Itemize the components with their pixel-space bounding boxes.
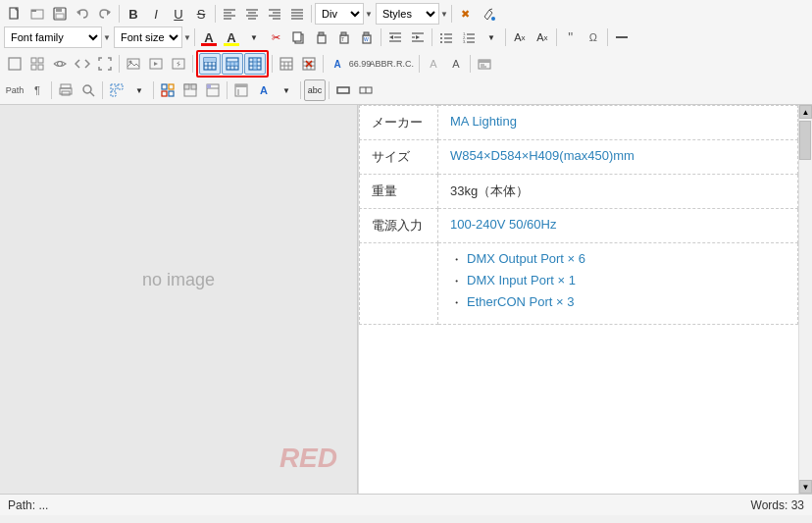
paste-word-button[interactable]: W xyxy=(356,26,378,48)
insert-button3[interactable] xyxy=(202,79,224,101)
table-row: メーカー MA Lighting xyxy=(360,106,798,140)
paste-button[interactable] xyxy=(311,26,332,48)
eraser-button[interactable]: ✖ xyxy=(455,3,477,25)
template-button[interactable] xyxy=(230,79,252,101)
format-a-button[interactable]: A xyxy=(423,53,444,75)
svg-rect-113 xyxy=(162,84,167,89)
bold-button[interactable]: B xyxy=(123,3,144,25)
svg-point-108 xyxy=(83,85,91,93)
save-button[interactable] xyxy=(49,3,71,25)
cut-button[interactable]: ✂ xyxy=(266,26,287,48)
ordered-list-button[interactable]: 1.2.3. xyxy=(458,26,480,48)
svg-rect-69 xyxy=(173,59,184,69)
table-row: 電源入力 100-240V 50/60Hz xyxy=(360,209,798,243)
sep-4 xyxy=(451,5,452,23)
value-ports: ・ DMX Output Port × 6 ・ DMX Input Port ×… xyxy=(438,243,798,325)
insert-table-button[interactable] xyxy=(199,53,221,75)
svg-point-46 xyxy=(440,33,442,35)
table-col-button[interactable] xyxy=(244,53,266,75)
insert-button2[interactable] xyxy=(179,79,201,101)
toolbar-row-2: Font family ▼ Font size ▼ A A ▼ ✂ T W xyxy=(2,26,810,49)
sep-17 xyxy=(51,81,52,99)
text-format-button[interactable]: R.C. xyxy=(394,53,416,75)
scrollbar-down[interactable]: ▼ xyxy=(799,480,812,494)
svg-marker-68 xyxy=(154,62,158,66)
media-button[interactable] xyxy=(145,53,167,75)
scrollbar-up[interactable]: ▲ xyxy=(799,105,812,119)
highlight-color-button[interactable]: A xyxy=(221,26,242,48)
undo-button[interactable] xyxy=(72,3,93,25)
border2-button[interactable] xyxy=(355,79,377,101)
copy-button[interactable] xyxy=(288,26,310,48)
list-dropdown[interactable]: ▼ xyxy=(481,26,502,48)
spellcheck-2-button[interactable]: A xyxy=(253,79,275,101)
svg-rect-88 xyxy=(253,58,257,70)
show-blocks-button[interactable] xyxy=(26,53,48,75)
print-button[interactable] xyxy=(55,79,76,101)
svg-line-26 xyxy=(489,9,492,10)
unordered-list-button[interactable] xyxy=(435,26,457,48)
label-manufacturer: メーカー xyxy=(360,106,438,140)
new-button[interactable] xyxy=(4,3,25,25)
table-props-button[interactable] xyxy=(276,53,297,75)
format-a2-button[interactable]: A xyxy=(445,53,467,75)
svg-point-27 xyxy=(491,17,495,21)
svg-rect-62 xyxy=(31,65,36,70)
number-format-button[interactable]: 66.99 xyxy=(349,53,371,75)
insert-button[interactable] xyxy=(157,79,178,101)
svg-rect-110 xyxy=(111,84,116,89)
nonbreaking-button[interactable]: ¶ xyxy=(26,79,48,101)
outdent-button[interactable] xyxy=(384,26,406,48)
align-left-button[interactable] xyxy=(219,3,240,25)
hr-button[interactable] xyxy=(611,26,633,48)
table-delete-button[interactable] xyxy=(298,53,320,75)
paint-bucket-button[interactable] xyxy=(478,3,499,25)
align-right-button[interactable] xyxy=(264,3,285,25)
svg-rect-4 xyxy=(31,10,36,12)
italic-button[interactable]: I xyxy=(145,3,167,25)
kbd-button[interactable]: abc xyxy=(304,79,326,101)
fullscreen-button[interactable] xyxy=(94,53,116,75)
image-button[interactable] xyxy=(123,53,144,75)
bullet-text-2: DMX Input Port × 1 xyxy=(467,273,576,288)
border-button[interactable] xyxy=(332,79,354,101)
abbr-button[interactable]: ABBR. xyxy=(372,53,393,75)
path-button[interactable]: Path xyxy=(4,79,25,101)
underline-button[interactable]: U xyxy=(168,3,189,25)
svg-text:3.: 3. xyxy=(463,39,466,43)
source-button[interactable] xyxy=(72,53,93,75)
visual-aids-button[interactable] xyxy=(106,79,127,101)
font-family-select[interactable]: Font family xyxy=(4,26,102,48)
scrollbar-thumb[interactable] xyxy=(799,121,811,160)
bullet-item-3: ・ EtherCON Port × 3 xyxy=(450,294,786,312)
align-justify-button[interactable] xyxy=(286,3,308,25)
styles-select[interactable]: Styles xyxy=(376,3,439,25)
specialchar-button[interactable]: Ω xyxy=(583,26,604,48)
align-center-button[interactable] xyxy=(241,3,263,25)
find-button[interactable] xyxy=(77,79,99,101)
paste-text-button[interactable]: T xyxy=(333,26,355,48)
blockquote-button[interactable]: " xyxy=(560,26,582,48)
label-power: 電源入力 xyxy=(360,209,438,243)
format-select[interactable]: Div xyxy=(315,3,364,25)
about-button[interactable] xyxy=(474,53,495,75)
flash-button[interactable] xyxy=(168,53,189,75)
maximize-button[interactable] xyxy=(4,53,25,75)
subscript-button[interactable]: Ax xyxy=(509,26,531,48)
scrollbar-track[interactable]: ▲ ▼ xyxy=(798,105,812,494)
font-size-select[interactable]: Font size xyxy=(114,26,182,48)
strikethrough-button[interactable]: S xyxy=(190,3,212,25)
spellcheck-dropdown[interactable]: ▼ xyxy=(276,79,297,101)
view-dropdown[interactable]: ▼ xyxy=(128,79,150,101)
superscript-button[interactable]: Ax xyxy=(532,26,553,48)
text-color-button[interactable]: A xyxy=(198,26,220,48)
value-size: W854×D584×H409(max450)mm xyxy=(438,140,798,175)
label-size: サイズ xyxy=(360,140,438,175)
spell-check-button[interactable]: A xyxy=(327,53,348,75)
table-row-button[interactable] xyxy=(222,53,243,75)
redo-button[interactable] xyxy=(94,3,116,25)
text-color-dropdown[interactable]: ▼ xyxy=(243,26,265,48)
open-button[interactable] xyxy=(26,3,48,25)
preview-button[interactable] xyxy=(49,53,71,75)
indent-button[interactable] xyxy=(407,26,429,48)
